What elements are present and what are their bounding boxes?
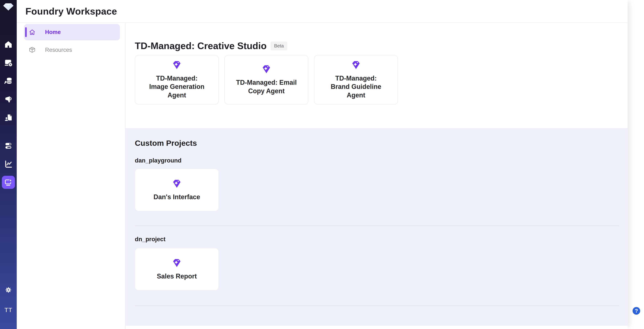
gem-sparkle-icon [171, 258, 182, 268]
managed-section-title: TD-Managed: Creative Studio [135, 40, 266, 52]
line-chart-icon[interactable] [2, 158, 15, 171]
active-accent-bar [25, 27, 27, 37]
managed-card-row: TD-Managed: Image Generation Agent TD-Ma… [135, 55, 628, 104]
user-document-icon[interactable] [2, 111, 15, 124]
card-title: TD-Managed: Image Generation Agent [146, 74, 208, 100]
sidebar-item-home[interactable]: Home [24, 24, 120, 40]
custom-card-row: Dan's Interface [135, 169, 628, 211]
section-divider [135, 306, 619, 306]
section-divider [135, 226, 619, 226]
main-content: TD-Managed: Creative Studio Beta TD-Mana… [126, 23, 628, 329]
icon-rail: TT [0, 0, 17, 329]
card-email-copy-agent[interactable]: TD-Managed: Email Copy Agent [224, 55, 308, 104]
card-dans-interface[interactable]: Dan's Interface [135, 169, 219, 211]
sidebar-item-label: Resources [45, 47, 72, 53]
monitor-settings-icon[interactable] [2, 56, 15, 69]
managed-section: TD-Managed: Creative Studio Beta TD-Mana… [126, 23, 628, 128]
gem-sparkle-icon [350, 60, 362, 70]
screen-sparkle-icon[interactable] [2, 176, 15, 189]
sidebar-item-label: Home [45, 29, 61, 36]
card-title: TD-Managed: Brand Guideline Agent [325, 74, 387, 100]
card-image-generation-agent[interactable]: TD-Managed: Image Generation Agent [135, 55, 219, 104]
gem-sparkle-icon [171, 60, 182, 70]
page-title: Foundry Workspace [26, 6, 117, 17]
app-window: TT Foundry Workspace Home [0, 0, 628, 329]
toggles-icon[interactable] [2, 139, 15, 152]
home-icon[interactable] [2, 38, 15, 51]
card-title: Dan's Interface [154, 193, 200, 202]
megaphone-icon[interactable] [2, 93, 15, 106]
avatar-initials: TT [4, 306, 12, 314]
database-tools-icon[interactable] [2, 74, 15, 88]
gear-icon[interactable] [2, 284, 15, 296]
home-outline-icon [29, 29, 36, 36]
app-header: Foundry Workspace [17, 0, 628, 23]
card-title: TD-Managed: Email Copy Agent [236, 78, 297, 96]
help-button[interactable]: ? [632, 307, 640, 315]
card-sales-report[interactable]: Sales Report [135, 248, 219, 290]
gem-sparkle-icon [171, 179, 182, 189]
avatar[interactable]: TT [2, 303, 15, 316]
card-brand-guideline-agent[interactable]: TD-Managed: Brand Guideline Agent [314, 55, 398, 104]
sidebar-item-resources[interactable]: Resources [24, 43, 120, 57]
project-group-name: dn_project [135, 236, 628, 243]
package-icon [29, 46, 36, 54]
diamond-logo[interactable] [2, 2, 14, 12]
beta-badge: Beta [270, 42, 287, 50]
card-title: Sales Report [157, 272, 197, 281]
sidebar: Home Resources [17, 23, 126, 329]
custom-card-row: Sales Report [135, 248, 628, 290]
custom-projects-section: Custom Projects dan_playground Dan's Int… [126, 128, 628, 326]
custom-projects-title: Custom Projects [135, 139, 628, 148]
gem-sparkle-icon [261, 64, 272, 74]
project-group-name: dan_playground [135, 157, 628, 164]
